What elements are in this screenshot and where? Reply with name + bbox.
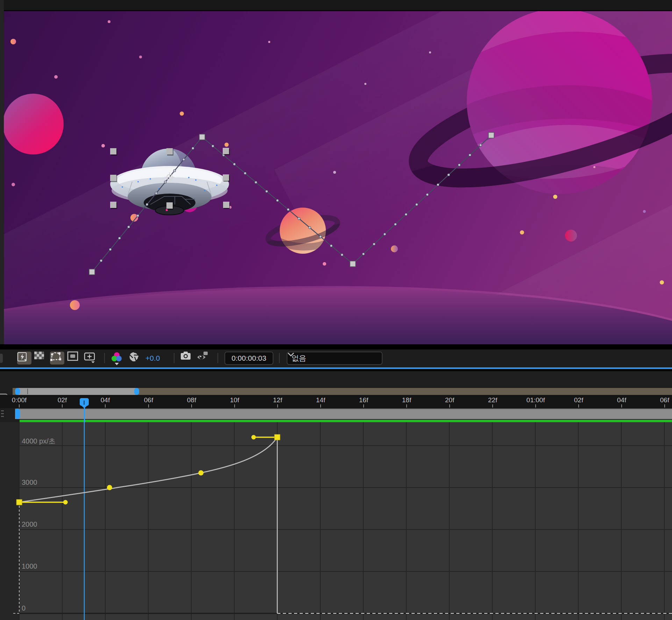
- roving-keyframe[interactable]: [198, 470, 203, 476]
- viewer-bottom-frame: [0, 344, 672, 349]
- transform-handle[interactable]: [166, 202, 173, 209]
- position-keyframe[interactable]: [350, 261, 356, 267]
- time-ruler[interactable]: 0:00f02f04f06f08f10f12f14f16f18f20f22f01…: [13, 395, 672, 408]
- star: [12, 183, 15, 186]
- star: [553, 195, 557, 199]
- orange-ringed-planet: [266, 208, 340, 254]
- transparency-grid-button[interactable]: [34, 352, 49, 365]
- mini-planet: [10, 39, 16, 44]
- path-frame-dot: [319, 236, 322, 238]
- ruler-tick: [277, 404, 278, 408]
- graph-editor-panel: 0:00f02f04f06f08f10f12f14f16f18f20f22f01…: [0, 371, 672, 620]
- mini-planet: [565, 230, 577, 241]
- ruler-label: 04f: [617, 396, 626, 404]
- roving-keyframe[interactable]: [107, 485, 112, 490]
- transform-handle[interactable]: [110, 202, 116, 208]
- time-navigator-thumb[interactable]: [15, 388, 139, 395]
- ruler-label: 04f: [101, 396, 110, 404]
- target-region-button[interactable]: [84, 352, 98, 365]
- ruler-tick: [449, 404, 450, 408]
- star: [54, 75, 58, 79]
- path-frame-dot: [109, 248, 112, 251]
- keyframe-handle[interactable]: [251, 435, 256, 440]
- ruler-tick: [492, 404, 493, 408]
- path-frame-dot: [298, 217, 300, 220]
- channel-select-button[interactable]: [110, 352, 127, 365]
- crosshair-box-icon: [84, 352, 96, 363]
- ruler-tick: [578, 404, 579, 408]
- square-in-square-icon: [67, 352, 78, 361]
- path-frame-dot: [426, 193, 429, 196]
- chevron-down-icon: [287, 352, 294, 356]
- ruler-label: 10f: [230, 396, 239, 404]
- path-frame-dot: [173, 170, 176, 172]
- ruler-tick: [234, 404, 235, 408]
- exposure-button[interactable]: [129, 352, 143, 365]
- ruler-tick: [191, 404, 192, 408]
- timecode-value: 0:00:00:03: [231, 354, 266, 362]
- composition-canvas[interactable]: [4, 10, 672, 344]
- position-keyframe[interactable]: [89, 269, 95, 275]
- work-area-bar[interactable]: [15, 409, 672, 419]
- y-axis-label: 1000: [22, 562, 37, 570]
- ground-moon: [70, 300, 80, 310]
- ruler-tick: [148, 404, 149, 408]
- playhead-marker[interactable]: [80, 398, 89, 406]
- ruler-tick: [320, 404, 321, 408]
- transform-handle[interactable]: [223, 148, 229, 154]
- speed-keyframe[interactable]: [274, 434, 280, 440]
- path-frame-dot: [415, 203, 418, 206]
- transform-handle[interactable]: [223, 202, 229, 208]
- viewer-toolbar: +0.0 0:00:00:03 없음: [0, 349, 672, 367]
- path-frame-dot: [212, 145, 214, 147]
- target-dropdown[interactable]: 없음: [287, 352, 383, 365]
- timecode-field[interactable]: 0:00:00:03: [224, 352, 273, 365]
- snapshot-button[interactable]: [180, 352, 195, 365]
- path-frame-dot: [384, 233, 386, 236]
- mask-visibility-button[interactable]: [67, 352, 82, 365]
- speed-keyframe[interactable]: [16, 499, 22, 505]
- transform-handle[interactable]: [110, 148, 116, 154]
- ruler-label: 16f: [359, 396, 368, 404]
- path-frame-dot: [155, 192, 157, 194]
- star: [323, 262, 326, 266]
- star: [101, 144, 105, 147]
- pink-planet: [4, 94, 64, 154]
- show-snapshot-button[interactable]: [196, 352, 211, 365]
- path-frame-dot: [362, 253, 365, 255]
- transform-handle[interactable]: [166, 148, 173, 154]
- path-frame-dot: [341, 254, 343, 256]
- star: [520, 230, 524, 235]
- camera-eye-icon: [196, 352, 208, 361]
- ruler-tick: [621, 404, 622, 408]
- path-frame-dot: [276, 199, 279, 202]
- keyframe-handle[interactable]: [63, 500, 68, 505]
- path-frame-dot: [183, 158, 185, 161]
- fast-preview-button[interactable]: [17, 352, 31, 365]
- position-keyframe[interactable]: [199, 134, 205, 140]
- path-frame-dot: [164, 181, 167, 183]
- clipped-button-fragment: [0, 354, 3, 363]
- region-of-interest-button[interactable]: [50, 352, 64, 365]
- checkerboard-icon: [34, 352, 44, 359]
- work-area-start-handle[interactable]: [15, 409, 20, 419]
- viewer-top-frame: [0, 0, 672, 11]
- space-scene: [4, 10, 672, 344]
- ruler-tick: [535, 404, 536, 408]
- ground-horizon: [4, 286, 672, 344]
- position-keyframe[interactable]: [488, 132, 494, 138]
- lightning-icon: [21, 354, 24, 360]
- transform-handle[interactable]: [110, 175, 116, 181]
- transform-handle[interactable]: [223, 174, 229, 181]
- path-frame-dot: [394, 223, 396, 225]
- star: [643, 210, 646, 213]
- exposure-value[interactable]: +0.0: [145, 354, 160, 362]
- ruler-label: 06f: [660, 396, 669, 404]
- y-axis-label: 3000: [22, 478, 37, 486]
- path-frame-dot: [100, 259, 102, 262]
- ruler-tick: [62, 404, 63, 408]
- path-frame-dot: [448, 174, 450, 176]
- navigator-start-handle[interactable]: [15, 388, 20, 395]
- navigator-end-handle[interactable]: [134, 388, 139, 395]
- mini-planet: [391, 245, 398, 252]
